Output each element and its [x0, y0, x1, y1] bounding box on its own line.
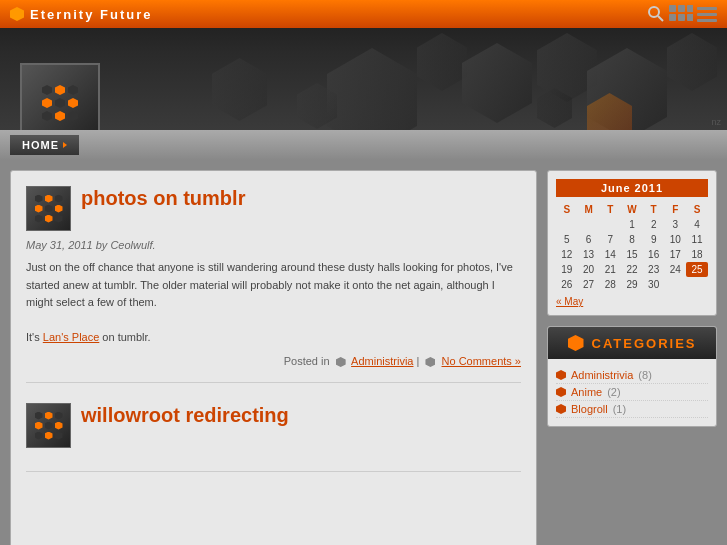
post-1-body: Just on the off chance that anyone is st…: [26, 259, 521, 347]
logo-box: [20, 63, 100, 130]
hex-deco: [327, 48, 417, 130]
post-2-header: willowroot redirecting: [26, 403, 521, 448]
post-1-footer: Posted in Administrivia | No Comments »: [26, 355, 521, 367]
cal-cell: 10: [665, 232, 687, 247]
post-1-body2-suffix: on tumblr.: [99, 331, 150, 343]
pdot: [35, 195, 43, 203]
pdot: [55, 422, 63, 430]
cal-cell-today: 25: [686, 262, 708, 277]
cal-cell: 17: [665, 247, 687, 262]
cal-cell: [556, 217, 578, 232]
categories-hex-icon: [568, 335, 584, 351]
post-1-category-link[interactable]: Administrivia: [351, 355, 413, 367]
pdot: [35, 432, 43, 440]
cal-cell: 13: [578, 247, 600, 262]
cal-cell: 30: [643, 277, 665, 292]
cal-cell: 8: [621, 232, 643, 247]
pdot: [55, 215, 63, 223]
svg-rect-3: [678, 5, 685, 12]
cal-cell: 12: [556, 247, 578, 262]
post-2-icon: [26, 403, 71, 448]
cal-cell: [665, 277, 687, 292]
cal-day-m: M: [578, 202, 600, 217]
category-icon: [336, 357, 346, 367]
post-1-header: photos on tumblr: [26, 186, 521, 231]
cal-week-4: 19 20 21 22 23 24 25: [556, 262, 708, 277]
pdot: [45, 412, 53, 420]
post-1-sep: |: [417, 355, 423, 367]
categories-list: Administrivia (8) Anime (2) Blogroll (1): [548, 359, 716, 426]
post-icon-inner: [35, 195, 63, 223]
category-link-1[interactable]: Administrivia: [571, 369, 633, 381]
cal-week-5: 26 27 28 29 30: [556, 277, 708, 292]
cal-cell: 20: [578, 262, 600, 277]
post-icon-inner: [35, 412, 63, 440]
svg-line-1: [658, 16, 663, 21]
hex-deco: [212, 58, 267, 121]
category-link-2[interactable]: Anime: [571, 386, 602, 398]
cal-cell: 4: [686, 217, 708, 232]
cal-cell: 7: [599, 232, 621, 247]
category-item-3: Blogroll (1): [556, 401, 708, 418]
logo-dot: [42, 111, 52, 121]
cal-cell: 23: [643, 262, 665, 277]
title-icon: [10, 7, 24, 21]
cal-cell: [599, 217, 621, 232]
footer-watermark: nz: [711, 117, 721, 127]
category-count-2: (2): [607, 386, 620, 398]
pdot: [35, 215, 43, 223]
sidebar: June 2011 S M T W T F S: [547, 170, 717, 545]
post-1-footer-prefix: Posted in: [284, 355, 330, 367]
header-hexagons: nz: [0, 28, 727, 130]
post-1: photos on tumblr May 31, 2011 by Ceolwul…: [26, 186, 521, 383]
category-icon-3: [556, 404, 566, 414]
cal-cell: 24: [665, 262, 687, 277]
header-icons-right: [647, 5, 717, 23]
category-item-2: Anime (2): [556, 384, 708, 401]
post-1-link[interactable]: Lan's Place: [43, 331, 100, 343]
categories-header: CATEGORIES: [548, 327, 716, 359]
calendar-table: S M T W T F S 1 2: [556, 202, 708, 292]
logo-dot: [55, 85, 65, 95]
calendar-header: June 2011: [556, 179, 708, 197]
category-item-1: Administrivia (8): [556, 367, 708, 384]
pdot: [45, 195, 53, 203]
prev-month-link[interactable]: « May: [556, 296, 583, 307]
cal-day-t: T: [599, 202, 621, 217]
category-count-3: (1): [613, 403, 626, 415]
category-count-1: (8): [638, 369, 651, 381]
cal-week-3: 12 13 14 15 16 17 18: [556, 247, 708, 262]
pdot: [35, 412, 43, 420]
post-1-comments-link[interactable]: No Comments »: [442, 355, 521, 367]
logo-dot: [68, 98, 78, 108]
post-1-title[interactable]: photos on tumblr: [81, 186, 245, 210]
cal-cell: 3: [665, 217, 687, 232]
cal-cell: 28: [599, 277, 621, 292]
cal-cell: 21: [599, 262, 621, 277]
svg-rect-9: [697, 13, 717, 16]
calendar-body: 1 2 3 4 5 6 7 8 9 10 11: [556, 217, 708, 292]
post-1-body2-prefix: It's: [26, 331, 43, 343]
cal-day-s2: S: [686, 202, 708, 217]
cal-cell: 16: [643, 247, 665, 262]
cal-cell: 29: [621, 277, 643, 292]
cal-cell: 5: [556, 232, 578, 247]
svg-rect-6: [678, 14, 685, 21]
pdot: [55, 195, 63, 203]
category-link-3[interactable]: Blogroll: [571, 403, 608, 415]
logo-dot: [68, 111, 78, 121]
cal-day-s: S: [556, 202, 578, 217]
svg-rect-8: [697, 7, 717, 10]
cal-week-1: 1 2 3 4: [556, 217, 708, 232]
post-2-title[interactable]: willowroot redirecting: [81, 403, 289, 427]
header-bar: Eternity Future: [0, 0, 727, 28]
home-nav-button[interactable]: HOME: [10, 135, 79, 155]
search-icon[interactable]: [647, 5, 665, 23]
cal-cell: [578, 217, 600, 232]
logo-dot: [55, 98, 65, 108]
logo-dot: [42, 98, 52, 108]
hex-deco: [462, 43, 532, 123]
cal-cell: 15: [621, 247, 643, 262]
cal-cell: 2: [643, 217, 665, 232]
hex-deco: [417, 33, 467, 91]
